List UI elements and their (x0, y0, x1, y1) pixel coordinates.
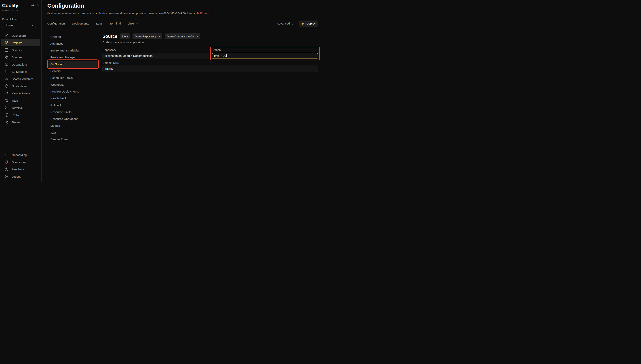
subnav-item-advanced[interactable]: Advanced (49, 40, 98, 47)
sidebar-item-profile[interactable]: Profile (1, 111, 40, 118)
subnav-item-label: General (50, 35, 61, 38)
sidebar-item-shared-variables[interactable]: (x)Shared Variables (1, 75, 40, 82)
commit-sha-field-group: Commit SHA (103, 61, 318, 72)
breadcrumb-item[interactable]: illicitonion quote server (47, 12, 77, 15)
key-icon (5, 92, 9, 95)
sidebar-footer-nav: OnboardingSponsor usFeedbackLogout (0, 151, 42, 182)
main-area: Configuration illicitonion quote server›… (42, 0, 321, 182)
external-link-icon (158, 35, 160, 38)
sidebar-item-servers[interactable]: Servers (1, 46, 40, 54)
page-title: Configuration (47, 2, 318, 9)
subnav-item-label: Resource Limits (50, 110, 72, 114)
sidebar-item-s3-storages[interactable]: S3 Storages (1, 68, 40, 75)
svg-text:(x): (x) (6, 78, 8, 80)
commit-sha-input[interactable] (103, 66, 318, 72)
deploy-button[interactable]: Deploy (299, 20, 318, 26)
subnav-item-persistent-storage[interactable]: Persistent Storage (49, 54, 98, 61)
breadcrumb-item[interactable]: production (81, 12, 94, 15)
sidebar-item-tags[interactable]: Tags (1, 97, 40, 104)
open-commits-label: Open Commits on Git (167, 35, 194, 38)
app-logo: Coolify (2, 3, 18, 8)
current-team-label: Current Team (2, 18, 42, 21)
home-icon (5, 34, 9, 38)
team-selected-value: Hosting (5, 24, 14, 27)
sidebar-item-logout[interactable]: Logout (1, 173, 40, 180)
sidebar-item-terminal[interactable]: Terminal (1, 104, 40, 111)
subnav-item-label: Servers (50, 69, 61, 73)
open-repository-button[interactable]: Open Repository (133, 34, 162, 39)
sidebar-item-label: Shared Variables (12, 77, 34, 80)
sidebar-item-onboarding[interactable]: Onboarding (1, 151, 40, 158)
sidebar-item-notifications[interactable]: Notifications (1, 82, 40, 90)
subnav-item-webhooks[interactable]: Webhooks (49, 81, 98, 88)
tab-deployments[interactable]: Deployments (72, 22, 89, 25)
save-button[interactable]: Save (120, 34, 130, 39)
sidebar-item-teams[interactable]: Teams (1, 118, 40, 126)
subnav-item-rollback[interactable]: Rollback (49, 102, 98, 109)
tab-label: Terminal (110, 22, 121, 25)
subnav-item-scheduled-tasks[interactable]: Scheduled Tasks (49, 74, 98, 81)
sidebar-item-sources[interactable]: Sources (1, 54, 40, 61)
play-icon (302, 22, 305, 25)
sidebar-item-label: Onboarding (12, 153, 27, 156)
branch-input[interactable]: level-100 (212, 52, 318, 59)
subnav-item-preview-deployments[interactable]: Preview Deployments (49, 88, 98, 95)
server-icon (5, 48, 9, 52)
subnav-item-label: Advanced (50, 42, 64, 46)
sidebar-collapse-icon[interactable] (37, 4, 39, 7)
sidebar-item-dashboard[interactable]: Dashboard (1, 32, 40, 39)
subnav-item-metrics[interactable]: Metrics (49, 122, 98, 129)
subnav-item-danger-zone[interactable]: Danger Zone (49, 136, 98, 143)
advanced-menu[interactable]: Advanced (277, 22, 294, 25)
sidebar-item-label: Logout (12, 175, 21, 178)
theme-toggle-sun-icon[interactable] (31, 4, 35, 7)
subnav-item-general[interactable]: General (49, 34, 98, 40)
sidebar-item-projects[interactable]: Projects (1, 39, 40, 46)
breadcrumb: illicitonion quote server›production›ill… (47, 12, 318, 15)
sidebar-item-label: Destinations (12, 63, 28, 66)
tab-links[interactable]: Links (128, 22, 138, 25)
subnav-item-resource-limits[interactable]: Resource Limits (49, 109, 98, 116)
sidebar-item-keys-tokens[interactable]: Keys & Tokens (1, 90, 40, 97)
sidebar-item-destinations[interactable]: Destinations (1, 61, 40, 68)
subnav-item-git-source[interactable]: Git Source (49, 61, 98, 68)
subnav-item-label: Metrics (50, 124, 60, 128)
branch-field-group: Branch level-100 (212, 48, 318, 59)
settings-subnav: GeneralAdvancedEnvironment VariablesPers… (49, 34, 98, 143)
subnav-item-label: Scheduled Tasks (50, 76, 73, 80)
layers-icon (5, 41, 9, 45)
team-select[interactable]: Hosting (2, 22, 36, 28)
sidebar-item-sponsor-us[interactable]: Sponsor us (1, 158, 40, 166)
subnav-item-label: Resource Operations (50, 117, 78, 121)
subnav-item-servers[interactable]: Servers (49, 68, 98, 74)
repository-input[interactable] (103, 52, 209, 59)
open-repository-label: Open Repository (135, 35, 156, 38)
open-commits-button[interactable]: Open Commits on Git (165, 34, 200, 39)
chevron-down-icon (31, 24, 34, 27)
status-dot-icon (197, 12, 199, 14)
tab-bar: ConfigurationDeploymentsLogsTerminalLink… (47, 20, 318, 26)
subnav-item-resource-operations[interactable]: Resource Operations (49, 116, 98, 122)
sidebar-item-label: Dashboard (12, 34, 26, 37)
variable-icon: (x) (5, 77, 9, 81)
subnav-item-environment-variables[interactable]: Environment Variables (49, 47, 98, 54)
checklist-icon (5, 153, 9, 157)
subnav-item-tags[interactable]: Tags (49, 129, 98, 136)
sidebar-item-label: Tags (12, 99, 18, 102)
status-badge: Exited (197, 12, 209, 15)
tab-logs[interactable]: Logs (96, 22, 103, 25)
bell-icon (5, 84, 9, 88)
breadcrumb-item[interactable]: illicitestonion/-module--decomposition:m… (99, 12, 192, 15)
tab-label: Deployments (72, 22, 89, 25)
subnav-item-label: Environment Variables (50, 49, 80, 52)
tab-configuration[interactable]: Configuration (47, 22, 65, 25)
advanced-label: Advanced (277, 22, 290, 25)
subnav-item-healthcheck[interactable]: Healthcheck (49, 95, 98, 102)
heart-icon (5, 160, 9, 164)
app-version: v4.0.0-beta.399 (0, 8, 42, 12)
subnav-item-label: Danger Zone (50, 138, 68, 141)
chevrons-up-down-icon (291, 22, 294, 25)
user-circle-icon (5, 113, 9, 117)
tab-terminal[interactable]: Terminal (110, 22, 121, 25)
sidebar-item-feedback[interactable]: Feedback (1, 166, 40, 173)
